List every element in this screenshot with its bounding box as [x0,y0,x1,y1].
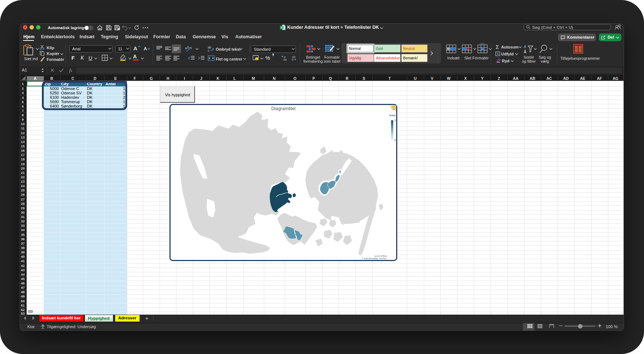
svg-text:A: A [524,45,526,49]
svg-text:.00: .00 [283,58,286,61]
svg-text:X: X [281,26,282,29]
svg-text:c: c [208,49,210,52]
svg-text:0: 0 [292,58,293,61]
svg-text:a: a [185,46,187,50]
svg-text:b: b [187,46,189,49]
svg-text:Å: Å [524,50,526,54]
